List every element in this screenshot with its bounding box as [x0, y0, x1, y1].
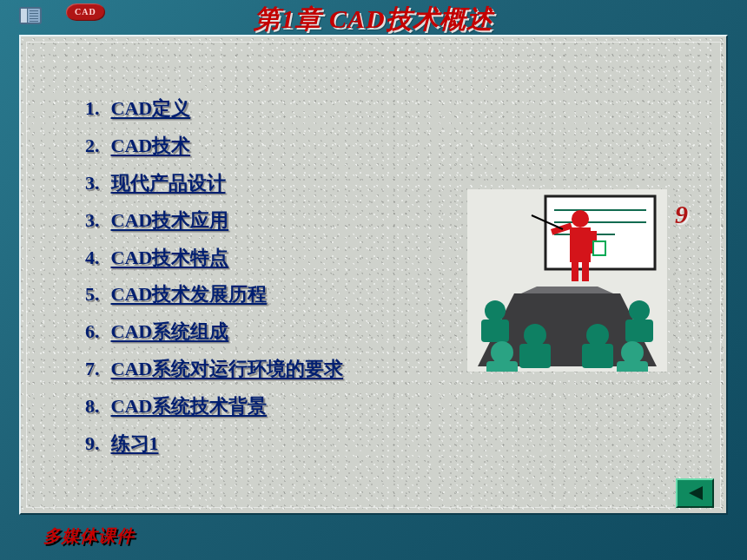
toc-link-cad-history[interactable]: CAD技术发展历程 [111, 283, 268, 305]
svg-rect-22 [625, 320, 653, 342]
toc-num: 3. [85, 165, 106, 202]
toc-link-cad-definition[interactable]: CAD定义 [111, 97, 191, 119]
toc-link-cad-env[interactable]: CAD系统对运行环境的要求 [111, 358, 344, 379]
toc-item: 2. CAD技术 [85, 128, 691, 165]
toc-item: 9. 练习1 [85, 425, 691, 463]
svg-point-19 [586, 324, 609, 346]
toc-num: 1. [85, 90, 106, 128]
slide-number: 9 [675, 200, 688, 229]
play-left-icon [685, 485, 704, 501]
svg-rect-11 [572, 262, 578, 281]
toc-link-cad-application[interactable]: CAD技术应用 [111, 209, 229, 231]
svg-point-15 [485, 300, 506, 321]
toc-item: 8. CAD系统技术背景 [85, 388, 691, 425]
svg-rect-16 [481, 320, 509, 342]
svg-rect-26 [617, 361, 648, 372]
svg-point-21 [629, 300, 650, 321]
toc-link-cad-system[interactable]: CAD系统组成 [111, 320, 229, 342]
svg-rect-6 [570, 227, 591, 262]
svg-rect-24 [486, 361, 518, 372]
svg-rect-1 [545, 196, 655, 269]
toc-item: 1. CAD定义 [85, 90, 691, 128]
svg-marker-27 [689, 486, 703, 500]
toc-num: 6. [85, 313, 106, 351]
svg-point-25 [621, 341, 644, 364]
svg-rect-18 [519, 344, 551, 368]
toc-link-exercise[interactable]: 练习1 [111, 432, 159, 454]
page-title: 第1章 CAD技术概述 [0, 2, 747, 37]
toc-num: 4. [85, 240, 106, 277]
toc-num: 3. [85, 202, 106, 240]
footer-label: 多媒体课件 [43, 524, 135, 548]
toc-num: 9. [85, 425, 106, 463]
svg-point-17 [524, 324, 546, 346]
toc-num: 5. [85, 276, 106, 313]
toc-link-cad-background[interactable]: CAD系统技术背景 [111, 395, 268, 417]
svg-rect-12 [582, 262, 589, 281]
toc-num: 8. [85, 388, 106, 425]
svg-point-23 [491, 341, 513, 364]
toc-link-modern-design[interactable]: 现代产品设计 [111, 172, 226, 194]
svg-rect-10 [593, 241, 605, 255]
classroom-illustration [467, 189, 667, 372]
svg-point-5 [572, 210, 589, 227]
svg-rect-20 [582, 344, 613, 368]
next-button[interactable] [676, 478, 714, 508]
content-panel: 1. CAD定义 2. CAD技术 3. 现代产品设计 3. CAD技术应用 4… [19, 35, 728, 515]
svg-marker-14 [521, 287, 613, 293]
toc-num: 7. [85, 351, 106, 388]
toc-link-cad-tech[interactable]: CAD技术 [111, 135, 191, 156]
toc-num: 2. [85, 128, 106, 165]
toc-link-cad-features[interactable]: CAD技术特点 [111, 247, 229, 268]
